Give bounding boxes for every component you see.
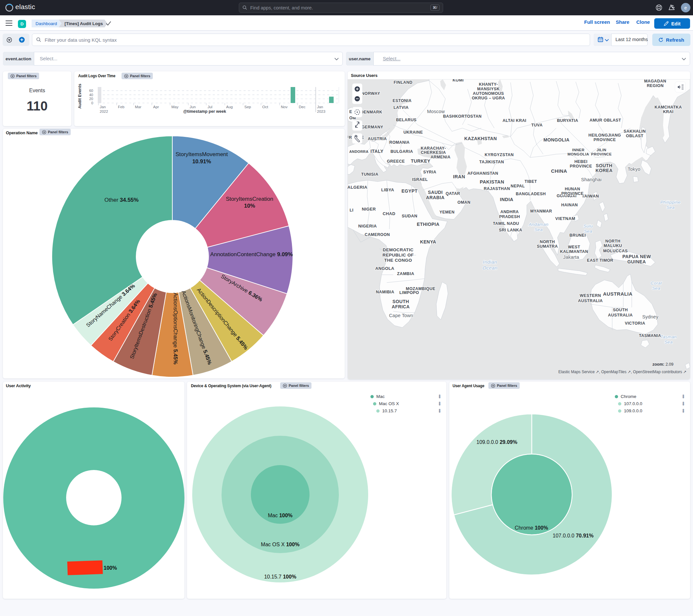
svg-text:Jul: Jul [207, 105, 213, 109]
svg-text:Sep: Sep [244, 105, 251, 109]
svg-text:CHAD: CHAD [382, 211, 395, 216]
svg-text:MALUKU: MALUKU [604, 244, 622, 248]
svg-text:10.15.7 100%: 10.15.7 100% [264, 574, 296, 579]
svg-text:ROMANIA: ROMANIA [389, 140, 410, 145]
svg-text:EAST TIMOR: EAST TIMOR [587, 258, 613, 263]
svg-text:HEILONGJIANG: HEILONGJIANG [589, 133, 621, 137]
svg-text:Andaman: Andaman [529, 222, 549, 227]
svg-text:Sydney: Sydney [642, 314, 658, 320]
svg-text:IRAN: IRAN [453, 174, 465, 179]
svg-text:SOUTH: SOUTH [613, 308, 628, 312]
svg-text:Apr: Apr [153, 105, 159, 109]
svg-text:PROVINCE: PROVINCE [570, 164, 592, 169]
svg-text:TAJIKISTAN: TAJIKISTAN [479, 160, 504, 164]
svg-text:KALIMANTAN: KALIMANTAN [560, 249, 588, 254]
svg-text:AFGHANISTAN: AFGHANISTAN [468, 171, 498, 176]
svg-text:OKRUG – UGRA: OKRUG – UGRA [472, 96, 505, 100]
svg-text:Philippine: Philippine [660, 200, 681, 205]
svg-text:AMUR OBLAST: AMUR OBLAST [590, 118, 621, 122]
svg-text:BELARUS: BELARUS [396, 118, 416, 122]
svg-text:KRAI: KRAI [663, 110, 673, 114]
svg-text:Mar: Mar [135, 105, 141, 109]
svg-text:ALTAI KRAI: ALTAI KRAI [503, 118, 527, 123]
svg-text:Audit Events: Audit Events [78, 84, 82, 109]
svg-text:GREECE: GREECE [387, 159, 405, 163]
svg-text:TIBET: TIBET [524, 179, 537, 184]
svg-text:Sulu: Sulu [583, 224, 593, 229]
svg-text:KENYA: KENYA [420, 239, 436, 245]
svg-text:SRI LANKA: SRI LANKA [499, 228, 522, 232]
svg-text:MAGADAN: MAGADAN [644, 79, 666, 83]
svg-text:BURYATIA: BURYATIA [557, 118, 578, 123]
svg-text:2022: 2022 [100, 110, 108, 113]
svg-text:DEMOCRATIC: DEMOCRATIC [383, 247, 414, 252]
svg-text:GUINEA: GUINEA [628, 259, 646, 264]
svg-text:Jan: Jan [317, 105, 323, 109]
svg-text:KAMCHATKA: KAMCHATKA [655, 105, 682, 110]
svg-text:Nov: Nov [281, 105, 288, 109]
svg-text:100%: 100% [104, 565, 117, 571]
svg-text:TUVA: TUVA [531, 123, 543, 128]
svg-text:Jakarta: Jakarta [563, 254, 580, 260]
svg-text:SUMATRA: SUMATRA [537, 244, 558, 249]
svg-text:Mac 100%: Mac 100% [268, 513, 293, 518]
svg-text:20: 20 [89, 97, 93, 101]
svg-text:PAPUA NEW: PAPUA NEW [622, 254, 651, 259]
svg-text:BULGARIA: BULGARIA [390, 149, 413, 154]
svg-text:TURKEY: TURKEY [411, 158, 430, 163]
svg-text:NORTH: NORTH [540, 239, 555, 244]
svg-text:ANDHRA: ANDHRA [500, 210, 519, 214]
svg-text:ANDORRA: ANDORRA [349, 150, 369, 154]
svg-text:RAJASTHAN: RAJASTHAN [484, 187, 510, 191]
svg-text:NIGERIA: NIGERIA [358, 224, 377, 229]
svg-text:ARMENIA: ARMENIA [430, 155, 450, 159]
svg-text:10%: 10% [244, 203, 255, 209]
svg-text:40: 40 [89, 93, 93, 97]
svg-text:WESTERN: WESTERN [580, 293, 601, 298]
svg-text:INNER: INNER [572, 148, 585, 152]
svg-text:QATAR: QATAR [446, 191, 460, 196]
svg-text:PRADESH: PRADESH [499, 214, 520, 219]
svg-text:Tokyo: Tokyo [628, 167, 640, 172]
svg-text:MOLUCCAS: MOLUCCAS [603, 249, 628, 253]
svg-text:LIBYA: LIBYA [381, 187, 394, 192]
svg-text:LATVIA: LATVIA [394, 105, 409, 110]
svg-text:NORWAY: NORWAY [361, 91, 380, 96]
svg-text:HAINAN: HAINAN [561, 203, 578, 207]
svg-text:YEMEN: YEMEN [439, 210, 455, 214]
svg-text:OBLAST: OBLAST [626, 134, 644, 138]
svg-text:KYRGYZSTAN: KYRGYZSTAN [484, 153, 514, 157]
svg-text:KOMI: KOMI [453, 79, 463, 82]
svg-text:Oct: Oct [262, 105, 269, 109]
svg-text:AUSTRALIA: AUSTRALIA [603, 291, 632, 296]
svg-text:ARABIA: ARABIA [426, 195, 445, 200]
svg-text:KHANTY-: KHANTY- [479, 82, 498, 87]
svg-text:REPUBLIC OF: REPUBLIC OF [382, 253, 414, 257]
svg-text:EGYPT: EGYPT [401, 188, 418, 194]
svg-text:OMAN: OMAN [457, 200, 471, 205]
svg-text:NIGER: NIGER [362, 207, 376, 212]
svg-text:Shanghai: Shanghai [581, 177, 602, 182]
svg-text:SAKHALIN: SAKHALIN [623, 129, 646, 134]
svg-text:INDIA: INDIA [500, 197, 514, 202]
svg-text:NEPAL: NEPAL [511, 184, 524, 188]
svg-text:Moscow: Moscow [427, 109, 445, 114]
svg-text:KARACHAY-: KARACHAY- [421, 146, 446, 151]
svg-text:Coral: Coral [651, 281, 662, 286]
svg-text:zoom: 2.09: zoom: 2.09 [652, 362, 673, 367]
svg-text:ALGERIA: ALGERIA [348, 185, 368, 190]
svg-text:AUSTRALIA: AUSTRALIA [578, 299, 603, 303]
svg-text:107.0.0.0 70.91%: 107.0.0.0 70.91% [553, 533, 593, 538]
svg-text:VICTORIA: VICTORIA [625, 321, 646, 326]
svg-text:MANSIYSK: MANSIYSK [477, 87, 499, 91]
svg-text:CHERKESIA: CHERKESIA [421, 150, 446, 155]
svg-text:PROVINCE: PROVINCE [591, 152, 612, 156]
svg-text:UKRAINE: UKRAINE [403, 130, 423, 135]
svg-text:Sea: Sea [584, 229, 592, 234]
svg-text:Ocean: Ocean [482, 265, 497, 271]
svg-text:Sea: Sea [664, 340, 672, 345]
svg-text:BANGLADESH: BANGLADESH [516, 192, 546, 196]
svg-text:HEBEI: HEBEI [574, 159, 588, 164]
svg-text:Sea: Sea [666, 205, 674, 210]
svg-text:StoryItemsMovement: StoryItemsMovement [176, 151, 228, 157]
